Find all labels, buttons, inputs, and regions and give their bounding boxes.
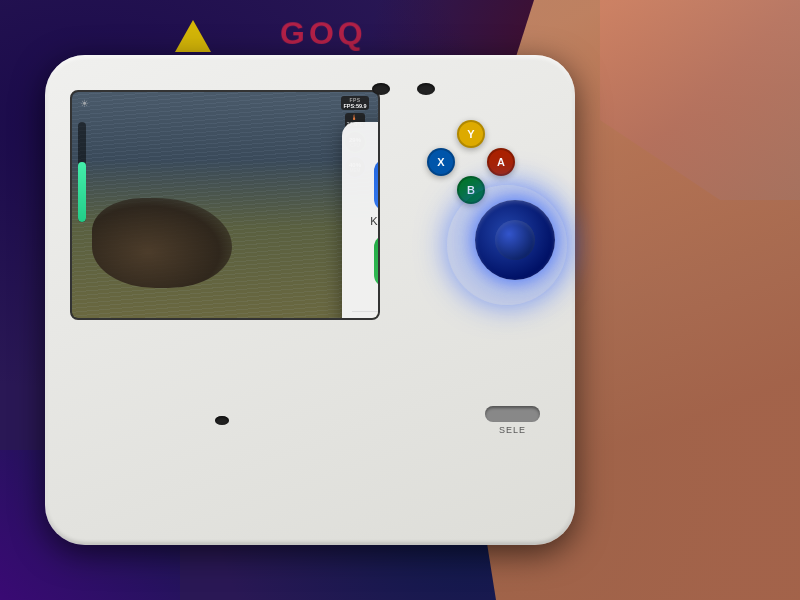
analog-stick-cap — [495, 220, 535, 260]
y-button[interactable]: Y — [457, 120, 485, 148]
thermometer-icon: 🌡 — [347, 114, 364, 121]
menu-grid-top: 🎮 Key adapter 📋 Guide 🕹 Key test — [352, 159, 380, 303]
menu-divider — [352, 311, 380, 312]
goq-logo: GOQ — [279, 16, 367, 52]
key-test-icon-box: 🕹 — [374, 235, 380, 287]
small-button-left[interactable] — [372, 83, 390, 95]
small-button-right[interactable] — [417, 83, 435, 95]
device-screen: ☀ FPS FPS:59.9 🌡 27.0°C 29% CPU 40% MEM … — [70, 90, 380, 320]
triangle-decoration — [175, 20, 211, 52]
bottom-button[interactable] — [215, 416, 229, 425]
x-button[interactable]: X — [427, 148, 455, 176]
select-label: SELE — [499, 425, 526, 435]
game-background — [72, 92, 378, 318]
menu-item-key-adapter[interactable]: 🎮 Key adapter — [352, 159, 380, 227]
key-adapter-label: Key adapter — [370, 215, 380, 227]
brightness-icon: ☀ — [80, 98, 89, 109]
menu-item-key-test[interactable]: 🕹 Key test — [352, 235, 380, 303]
fps-value: FPS:59.9 — [343, 103, 366, 109]
analog-stick-right[interactable] — [475, 200, 555, 280]
screen-map-icon: ⚙️ — [361, 316, 380, 320]
menu-grid-middle: ⚙️ Screen map 🔇 No alerts ⏱ Speed up — [352, 316, 380, 320]
a-button[interactable]: A — [487, 148, 515, 176]
brightness-bar — [78, 122, 86, 222]
key-adapter-icon-box: 🎮 — [374, 159, 380, 211]
menu-item-screen-map[interactable]: ⚙️ Screen map — [352, 316, 380, 320]
select-button[interactable] — [485, 406, 540, 422]
brightness-bar-fill — [78, 162, 86, 222]
handheld-device: ☀ FPS FPS:59.9 🌡 27.0°C 29% CPU 40% MEM … — [45, 55, 575, 545]
fps-badge: FPS FPS:59.9 — [341, 96, 368, 110]
select-button-area: SELE — [485, 406, 540, 435]
popup-title: PPSSPP — [352, 134, 380, 149]
ppsspp-popup-menu: PPSSPP 🎮 Key adapter 📋 Guide — [342, 122, 380, 320]
